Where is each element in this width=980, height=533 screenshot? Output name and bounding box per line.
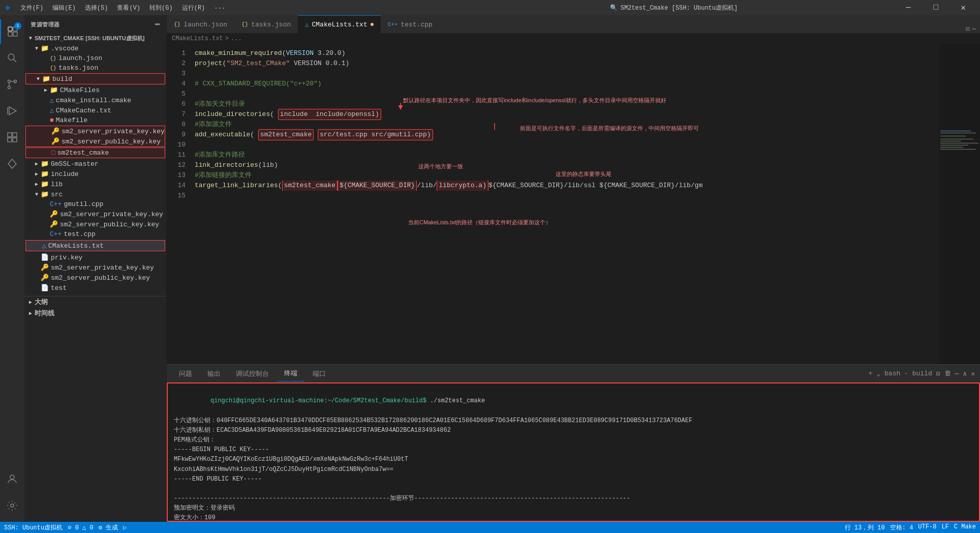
tree-item-cmakecache[interactable]: △ CMakeCache.txt [24,105,166,115]
status-errors[interactable]: ⊘ 0 △ 0 [68,524,93,531]
menu-view[interactable]: 查看(V) [113,3,144,13]
svg-rect-14 [13,138,17,142]
panel-close-icon[interactable]: ✕ [971,370,975,378]
activity-account[interactable] [0,467,24,491]
tree-item-cmakelists[interactable]: △ CMakeLists.txt [25,240,165,251]
sm2-priv-icon: 🔑 [51,127,59,135]
panel-split-icon[interactable]: ⊡ [936,370,940,378]
activity-remote[interactable] [0,152,24,176]
split-terminal-icon[interactable]: ⌄ [876,370,880,378]
terminal-line-0: qingchi@qingchi-virtual-machine:~/Code/S… [174,387,973,416]
test-cpp-label: test.cpp [64,230,95,238]
breadcrumb-item[interactable]: ... [231,35,242,42]
more-tabs-icon[interactable]: ⋯ [972,25,976,33]
tree-item-include[interactable]: ▶ 📁 include [24,169,166,179]
tree-item-makefile[interactable]: ■ Makefile [24,115,166,125]
activity-settings[interactable] [0,493,24,518]
panel-tab-debug[interactable]: 调试控制台 [229,366,276,381]
tree-item-test-file[interactable]: 📄 test [24,283,166,293]
tab-cmakelists[interactable]: △ CMakeLists.txt [298,15,380,33]
split-editor-icon[interactable]: ⊡ [966,25,970,33]
menu-select[interactable]: 选择(S) [81,3,112,13]
tree-item-sm2-priv[interactable]: 🔑 sm2_server_private_key.key [26,126,165,136]
menu-more[interactable]: ... [210,3,229,13]
activity-explorer[interactable]: 1 [0,19,24,44]
tree-item-sm2test-exe[interactable]: □ sm2test_cmake [25,147,165,158]
menu-goto[interactable]: 转到(G) [145,3,177,13]
activity-search[interactable] [0,46,24,70]
sm2test-label: sm2test_cmake [57,149,109,157]
tree-item-priv[interactable]: 📄 priv.key [24,252,166,262]
tree-item-srv-pub[interactable]: 🔑 sm2_server_public_key.key [24,273,166,283]
tree-item-cmakefiles[interactable]: ▶ 📁 CMakeFiles [24,85,166,95]
panel-tab-problems[interactable]: 问题 [172,366,199,381]
sidebar-more-icon[interactable]: ⋯ [155,19,160,29]
panel-more-icon[interactable]: ⋯ [955,370,959,378]
tree-item-build[interactable]: ▼ 📁 build [25,73,165,84]
panel-tab-ports[interactable]: 端口 [305,366,333,381]
tree-item-src[interactable]: ▼ 📁 src [24,189,166,199]
activity-source-control[interactable] [0,72,24,97]
status-line-ending[interactable]: LF [941,523,948,532]
svg-rect-25 [940,145,968,146]
tree-item-srv-priv[interactable]: 🔑 sm2_server_private_key.key [24,262,166,273]
minimap-svg [939,44,980,364]
tab-launch[interactable]: {} launch.json [167,15,234,33]
status-ssh[interactable]: SSH: Ubuntu虚拟机 [4,523,63,532]
menu-edit[interactable]: 编辑(E) [48,3,80,13]
status-position[interactable]: 行 13，列 10 [845,523,885,532]
terminal-line-7: -----END PUBLIC KEY----- [174,475,973,484]
breadcrumb-file[interactable]: CMakeLists.txt [172,35,223,42]
tab-test-cpp[interactable]: C++ test.cpp [381,15,440,33]
status-play[interactable]: ▷ [123,524,127,531]
maximize-button[interactable]: □ [924,0,947,15]
svg-rect-22 [940,139,973,140]
tree-item-lib[interactable]: ▶ 📁 lib [24,179,166,189]
status-spaces[interactable]: 空格: 4 [890,523,913,532]
terminal-content[interactable]: qingchi@qingchi-virtual-machine:~/Code/S… [167,382,980,522]
status-build[interactable]: ⚙ 生成 [99,523,118,532]
tree-item-src-pub[interactable]: 🔑 sm2_server_public_key.key [24,219,166,229]
tree-item-cmake-install[interactable]: △ cmake_install.cmake [24,95,166,105]
tree-item-sm2-pub[interactable]: 🔑 sm2_server_public_key.key [26,136,165,146]
tree-item-vscode[interactable]: ▼ 📁 .vscode [24,43,166,53]
status-encoding[interactable]: UTF-8 [918,523,936,532]
tab-tasks-icon: {} [241,21,248,27]
titlebar-search-text[interactable]: SM2test_Cmake [SSH: Ubuntu虚拟机] [621,4,738,12]
srv-priv-label: sm2_server_private_key.key [51,264,154,272]
src-priv-icon: 🔑 [50,210,58,218]
menu-file[interactable]: 文件(F) [16,3,48,13]
menu-run[interactable]: 运行(R) [178,3,209,13]
tree-root[interactable]: ▼ SM2TEST_CMAKE [SSH: UBUNTU虚拟机] [24,34,166,43]
timeline-label: 时间线 [35,309,54,318]
tab-launch-icon: {} [174,21,180,27]
status-language[interactable]: C Make [954,523,976,532]
close-button[interactable]: ✕ [952,0,975,15]
activity-run-debug[interactable] [0,99,24,123]
tree-item-launch[interactable]: {} launch.json [24,53,166,63]
sm2-pub-icon: 🔑 [51,137,59,145]
tree-item-tasks[interactable]: {} tasks.json [24,63,166,73]
svg-line-5 [14,60,17,63]
new-terminal-icon[interactable]: + [868,370,872,377]
test-cpp-icon: C++ [50,230,62,238]
panel-up-icon[interactable]: ∧ [963,370,967,378]
panel-tab-output[interactable]: 输出 [200,366,228,381]
activity-extensions[interactable] [0,125,24,150]
code-area[interactable]: cmake_minimum_required(VERSION 3.20.0) p… [190,44,939,364]
panel-tab-terminal[interactable]: 终端 [277,366,304,381]
tab-tasks-label: tasks.json [251,21,291,28]
tree-item-src-priv[interactable]: 🔑 sm2_server_private_key.key [24,209,166,219]
tree-item-gmutil[interactable]: C++ gmutil.cpp [24,199,166,209]
outline-section[interactable]: ▶ 大纲 [24,296,166,308]
tree-item-test-cpp[interactable]: C++ test.cpp [24,229,166,239]
test-file-icon: 📄 [41,284,49,292]
editor-wrapper: {} launch.json {} tasks.json △ CMakeList… [167,15,980,522]
breadcrumb: CMakeLists.txt > ... [167,33,980,44]
tab-tasks[interactable]: {} tasks.json [234,15,298,33]
panel-trash-icon[interactable]: 🗑 [944,370,951,377]
tree-item-gmssl[interactable]: ▶ 📁 GmSSL-master [24,159,166,169]
outline-label: 大纲 [35,298,48,307]
minimize-button[interactable]: — [897,0,920,15]
timeline-section[interactable]: ▶ 时间线 [24,308,166,319]
